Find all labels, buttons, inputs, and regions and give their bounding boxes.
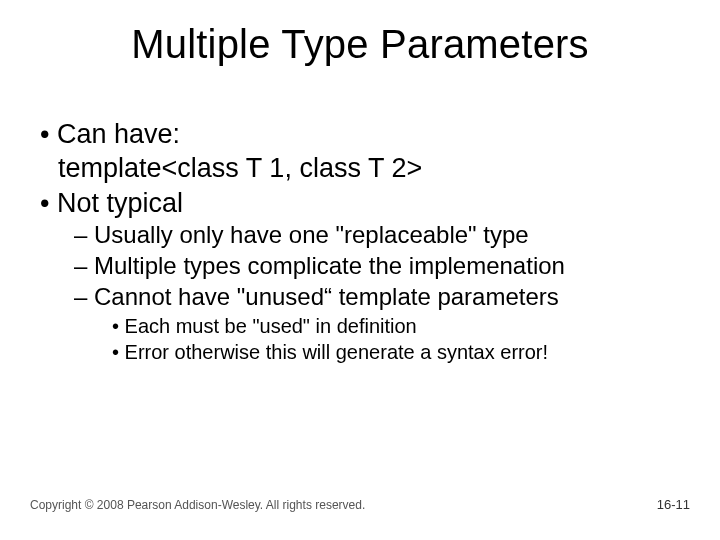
- slide-title: Multiple Type Parameters: [0, 22, 720, 67]
- slide: Multiple Type Parameters Can have: templ…: [0, 0, 720, 540]
- subbullet-unused: Cannot have "unused“ template parameters: [30, 283, 690, 312]
- subsub-error: Error otherwise this will generate a syn…: [30, 340, 690, 364]
- subbullet-one-type: Usually only have one "replaceable" type: [30, 221, 690, 250]
- bullet-can-have: Can have:: [30, 118, 690, 150]
- bullet-not-typical: Not typical: [30, 187, 690, 219]
- slide-body: Can have: template<class T 1, class T 2>…: [30, 118, 690, 366]
- bullet-template-line: template<class T 1, class T 2>: [30, 152, 690, 184]
- subbullet-complicate: Multiple types complicate the implemenat…: [30, 252, 690, 281]
- footer-copyright: Copyright © 2008 Pearson Addison-Wesley.…: [30, 498, 365, 512]
- footer-page: 16-11: [657, 497, 690, 512]
- subsub-must-be-used: Each must be "used" in definition: [30, 314, 690, 338]
